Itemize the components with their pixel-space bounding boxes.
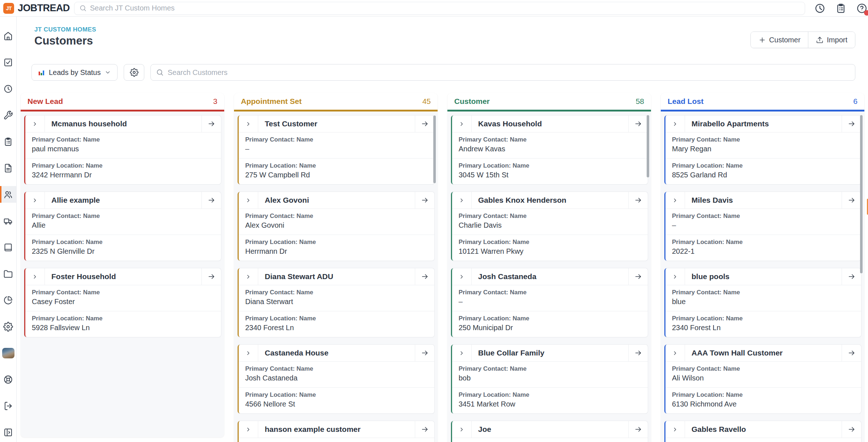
breadcrumb[interactable]: JT CUSTOM HOMES xyxy=(34,26,855,33)
expand-card-button[interactable] xyxy=(452,345,472,361)
expand-card-button[interactable] xyxy=(665,115,685,132)
open-card-button[interactable] xyxy=(201,192,221,209)
sidebar-item-estimates-icon[interactable] xyxy=(0,133,16,150)
customer-card-allie-example[interactable]: Allie example Primary Contact: Name Alli… xyxy=(24,192,221,261)
expand-card-button[interactable] xyxy=(665,421,685,438)
customer-card-mirabello-apartments[interactable]: Mirabello Apartments Primary Contact: Na… xyxy=(664,115,861,184)
card-title[interactable]: Joe xyxy=(472,421,628,438)
add-customer-button[interactable]: Customer xyxy=(751,32,808,48)
card-title[interactable]: Gables Knox Henderson xyxy=(472,192,628,209)
open-card-button[interactable] xyxy=(842,345,861,361)
column-scrollbar[interactable] xyxy=(860,115,863,273)
customer-card-joe[interactable]: Joe xyxy=(451,421,648,442)
open-card-button[interactable] xyxy=(842,115,861,132)
open-card-button[interactable] xyxy=(628,345,648,361)
sidebar-item-reports-icon[interactable] xyxy=(0,292,16,308)
customer-card-gables-knox-henderson[interactable]: Gables Knox Henderson Primary Contact: N… xyxy=(451,192,648,261)
expand-card-button[interactable] xyxy=(452,115,472,132)
open-card-button[interactable] xyxy=(415,421,434,438)
card-title[interactable]: Castaneda House xyxy=(258,345,415,361)
customer-card-hanson-example-customer[interactable]: hanson example customer xyxy=(238,421,434,442)
global-search[interactable] xyxy=(74,2,805,15)
expand-card-button[interactable] xyxy=(239,268,258,285)
customer-card-test-customer[interactable]: Test Customer Primary Contact: Name – Pr… xyxy=(238,115,434,184)
expand-card-button[interactable] xyxy=(665,345,685,361)
card-title[interactable]: Test Customer xyxy=(258,115,415,132)
expand-card-button[interactable] xyxy=(25,268,45,285)
customer-card-mcmanus-household[interactable]: Mcmanus household Primary Contact: Name … xyxy=(24,115,221,184)
expand-card-button[interactable] xyxy=(25,115,45,132)
expand-card-button[interactable] xyxy=(452,192,472,209)
expand-card-button[interactable] xyxy=(239,421,258,438)
board-settings-button[interactable] xyxy=(124,64,144,81)
customer-card-aaa-town-hall-customer[interactable]: AAA Town Hall Customer Primary Contact: … xyxy=(664,345,861,413)
open-card-button[interactable] xyxy=(415,115,434,132)
open-card-button[interactable] xyxy=(628,421,648,438)
sidebar-item-tasks-icon[interactable] xyxy=(0,54,16,71)
customer-card-josh-castaneda[interactable]: Josh Castaneda Primary Contact: Name – P… xyxy=(451,268,648,337)
card-title[interactable]: blue pools xyxy=(685,268,842,285)
sidebar-item-time-icon[interactable] xyxy=(0,80,16,97)
customer-card-diana-stewart-adu[interactable]: Diana Stewart ADU Primary Contact: Name … xyxy=(238,268,434,337)
expand-card-button[interactable] xyxy=(665,192,685,209)
expand-card-button[interactable] xyxy=(452,268,472,285)
card-title[interactable]: hanson example customer xyxy=(258,421,415,438)
history-icon[interactable] xyxy=(814,2,826,14)
help-icon[interactable] xyxy=(856,2,868,14)
sidebar-item-settings-icon[interactable] xyxy=(0,318,16,335)
card-title[interactable]: Foster Household xyxy=(45,268,201,285)
sidebar-item-user-avatar[interactable] xyxy=(0,345,16,361)
card-title[interactable]: Mcmanus household xyxy=(45,115,201,132)
sidebar-item-customers-icon[interactable] xyxy=(0,186,16,203)
card-title[interactable]: Gables Ravello xyxy=(685,421,842,438)
sidebar-item-home-icon[interactable] xyxy=(0,28,16,44)
open-card-button[interactable] xyxy=(201,115,221,132)
sidebar-item-documents-icon[interactable] xyxy=(0,160,16,176)
sidebar-item-logout-icon[interactable] xyxy=(0,397,16,414)
customer-card-blue-pools[interactable]: blue pools Primary Contact: Name blue Pr… xyxy=(664,268,861,337)
customer-card-blue-collar-family[interactable]: Blue Collar Family Primary Contact: Name… xyxy=(451,345,648,413)
global-search-input[interactable] xyxy=(90,4,800,12)
card-title[interactable]: Josh Castaneda xyxy=(472,268,628,285)
open-card-button[interactable] xyxy=(842,421,861,438)
card-title[interactable]: Mirabello Apartments xyxy=(685,115,842,132)
card-title[interactable]: Allie example xyxy=(45,192,201,209)
sidebar-item-tools-icon[interactable] xyxy=(0,107,16,123)
sidebar-item-catalog-icon[interactable] xyxy=(0,239,16,256)
expand-card-button[interactable] xyxy=(239,345,258,361)
customers-search-input[interactable] xyxy=(167,68,850,77)
sidebar-item-support-icon[interactable] xyxy=(0,371,16,388)
expand-card-button[interactable] xyxy=(665,268,685,285)
customers-search[interactable] xyxy=(150,64,855,81)
open-card-button[interactable] xyxy=(842,268,861,285)
open-card-button[interactable] xyxy=(201,268,221,285)
expand-card-button[interactable] xyxy=(452,421,472,438)
open-card-button[interactable] xyxy=(415,192,434,209)
card-title[interactable]: Blue Collar Family xyxy=(472,345,628,361)
customer-card-kavas-household[interactable]: Kavas Household Primary Contact: Name An… xyxy=(451,115,648,184)
open-card-button[interactable] xyxy=(628,192,648,209)
daily-logs-icon[interactable] xyxy=(835,2,847,14)
expand-card-button[interactable] xyxy=(239,192,258,209)
open-card-button[interactable] xyxy=(415,345,434,361)
card-title[interactable]: Kavas Household xyxy=(472,115,628,132)
open-card-button[interactable] xyxy=(842,192,861,209)
view-selector-button[interactable]: Leads by Status xyxy=(31,64,118,81)
card-title[interactable]: Alex Govoni xyxy=(258,192,415,209)
customer-card-alex-govoni[interactable]: Alex Govoni Primary Contact: Name Alex G… xyxy=(238,192,434,261)
open-card-button[interactable] xyxy=(628,115,648,132)
expand-card-button[interactable] xyxy=(25,192,45,209)
customer-card-castaneda-house[interactable]: Castaneda House Primary Contact: Name Jo… xyxy=(238,345,434,413)
jobtread-logo[interactable]: JT JOBTREAD xyxy=(0,3,74,14)
open-card-button[interactable] xyxy=(628,268,648,285)
customer-card-miles-davis[interactable]: Miles Davis Primary Contact: Name – Prim… xyxy=(664,192,861,261)
card-title[interactable]: Diana Stewart ADU xyxy=(258,268,415,285)
expand-card-button[interactable] xyxy=(239,115,258,132)
sidebar-item-vendors-icon[interactable] xyxy=(0,212,16,229)
column-scrollbar[interactable] xyxy=(433,115,436,183)
customer-card-foster-household[interactable]: Foster Household Primary Contact: Name C… xyxy=(24,268,221,337)
open-card-button[interactable] xyxy=(415,268,434,285)
card-title[interactable]: AAA Town Hall Customer xyxy=(685,345,842,361)
import-button[interactable]: Import xyxy=(808,32,855,48)
customer-card-gables-ravello[interactable]: Gables Ravello xyxy=(664,421,861,442)
